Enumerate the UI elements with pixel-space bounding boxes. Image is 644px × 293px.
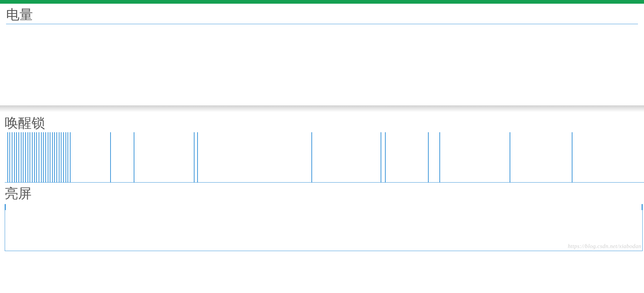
wakelock-event (39, 132, 39, 182)
screen-on-tick (5, 204, 6, 210)
wakelock-event (14, 132, 15, 182)
wakelock-title: 唤醒锁 (5, 112, 644, 132)
wakelock-event (134, 132, 134, 182)
wakelock-event (68, 132, 68, 182)
wakelock-event (7, 132, 8, 182)
wakelock-event (25, 132, 26, 182)
wakelock-event (110, 132, 111, 182)
screen-chart-area[interactable] (5, 204, 643, 251)
wakelock-event (9, 132, 10, 182)
wakelock-event (21, 132, 22, 182)
screen-title: 亮屏 (5, 183, 643, 202)
wakelock-event (61, 132, 61, 182)
wakelock-event (385, 132, 386, 182)
wakelock-event (41, 132, 42, 182)
screen-section: 亮屏 (0, 183, 644, 251)
wakelock-event (572, 132, 572, 182)
wakelock-event (311, 132, 312, 182)
wakelock-event (32, 132, 33, 182)
wakelock-event (18, 132, 19, 182)
wakelock-event (50, 132, 50, 182)
wakelock-event (48, 132, 48, 182)
wakelock-section: 唤醒锁 (0, 112, 644, 183)
wakelock-chart-area[interactable] (5, 132, 644, 183)
wakelock-event (43, 132, 44, 182)
wakelock-event (70, 132, 71, 182)
wakelock-event (510, 132, 510, 182)
wakelock-event (59, 132, 59, 182)
wakelock-event (16, 132, 17, 182)
battery-chart-area[interactable] (6, 24, 638, 105)
wakelock-event (194, 132, 195, 182)
wakelock-event (428, 132, 429, 182)
battery-section: 电量 (0, 4, 644, 105)
wakelock-event (23, 132, 24, 182)
section-shadow (0, 105, 644, 112)
battery-history-page: 电量 唤醒锁 亮屏 https://blog.csdn.net/xiabodan (0, 0, 644, 251)
wakelock-event (36, 132, 37, 182)
wakelock-event (56, 132, 57, 182)
wakelock-event (30, 132, 30, 182)
wakelock-event (34, 132, 35, 182)
wakelock-event (28, 132, 28, 182)
wakelock-event (52, 132, 53, 182)
battery-title: 电量 (6, 4, 638, 23)
watermark-text: https://blog.csdn.net/xiabodan (568, 243, 641, 250)
wakelock-event (12, 132, 12, 182)
top-status-bar (0, 0, 644, 4)
wakelock-event (63, 132, 64, 182)
wakelock-event (439, 132, 440, 182)
screen-on-tick (642, 204, 642, 210)
wakelock-event (66, 132, 66, 182)
wakelock-event (45, 132, 46, 182)
wakelock-event (381, 132, 381, 182)
wakelock-event (54, 132, 55, 182)
wakelock-event (197, 132, 198, 182)
